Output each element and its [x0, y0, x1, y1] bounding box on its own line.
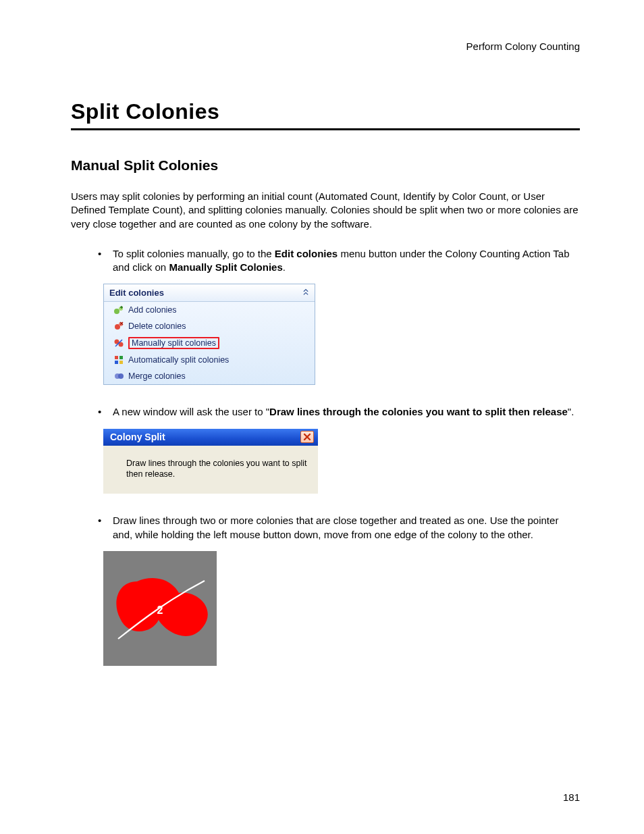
- close-icon: [303, 433, 311, 441]
- collapse-icon[interactable]: [302, 288, 309, 297]
- svg-rect-7: [119, 356, 123, 359]
- bullet-step-1: To split colonies manually, go to the Ed…: [98, 247, 580, 275]
- page-number: 181: [563, 791, 580, 803]
- section-heading: Manual Split Colonies: [71, 157, 580, 174]
- manual-split-icon: [113, 338, 124, 348]
- merge-colonies-icon: [113, 371, 124, 382]
- auto-split-icon: [113, 355, 124, 365]
- panel-item-auto-split[interactable]: Automatically split colonies: [104, 352, 315, 368]
- bullet-step-3: Draw lines through two or more colonies …: [98, 514, 580, 542]
- panel-title: Edit colonies: [109, 288, 164, 298]
- bullet1-bold-1: Edit colonies: [275, 248, 338, 259]
- panel-item-label: Automatically split colonies: [128, 355, 229, 365]
- colony-blob-image: 2: [103, 551, 217, 666]
- bullet1-text-end: .: [283, 261, 286, 273]
- dialog-body-text: Draw lines through the colonies you want…: [103, 446, 318, 494]
- bullet2-text-end: ".: [568, 406, 574, 417]
- add-colonies-icon: [113, 305, 124, 315]
- panel-item-delete[interactable]: Delete colonies: [104, 318, 315, 334]
- bullet1-bold-2: Manually Split Colonies: [169, 261, 282, 273]
- colony-split-dialog-figure: Colony Split Draw lines through the colo…: [103, 429, 580, 494]
- panel-item-add[interactable]: Add colonies: [104, 302, 315, 318]
- panel-item-label: Add colonies: [128, 305, 177, 315]
- panel-item-label: Manually split colonies: [128, 337, 219, 349]
- bullet1-text-pre: To split colonies manually, go to the: [113, 248, 275, 259]
- page-title: Split Colonies: [71, 99, 580, 130]
- bullet2-bold: Draw lines through the colonies you want…: [269, 406, 568, 417]
- panel-item-label: Merge colonies: [128, 371, 186, 381]
- panel-item-manual-split[interactable]: Manually split colonies: [104, 334, 315, 352]
- panel-header[interactable]: Edit colonies: [104, 284, 315, 302]
- colony-split-example-figure: 2: [103, 551, 580, 666]
- svg-rect-6: [115, 356, 118, 359]
- delete-colonies-icon: [113, 321, 124, 332]
- edit-colonies-panel-figure: Edit colonies Add colonies Delete coloni…: [103, 284, 580, 385]
- dialog-titlebar[interactable]: Colony Split: [103, 429, 318, 446]
- panel-item-label: Delete colonies: [128, 321, 186, 331]
- svg-rect-8: [115, 361, 118, 364]
- panel-item-merge[interactable]: Merge colonies: [104, 368, 315, 384]
- bullet-step-2: A new window will ask the user to "Draw …: [98, 405, 580, 419]
- svg-rect-9: [119, 361, 123, 364]
- svg-point-11: [118, 373, 124, 379]
- colony-count-label: 2: [157, 604, 163, 617]
- colony-split-dialog: Colony Split Draw lines through the colo…: [103, 429, 318, 494]
- dialog-title-text: Colony Split: [110, 432, 165, 442]
- close-button[interactable]: [300, 431, 314, 443]
- intro-paragraph: Users may split colonies by performing a…: [71, 190, 580, 231]
- running-header: Perform Colony Counting: [71, 41, 580, 52]
- svg-point-0: [114, 309, 119, 314]
- bullet2-text-pre: A new window will ask the user to ": [113, 406, 269, 417]
- edit-colonies-panel: Edit colonies Add colonies Delete coloni…: [103, 284, 315, 385]
